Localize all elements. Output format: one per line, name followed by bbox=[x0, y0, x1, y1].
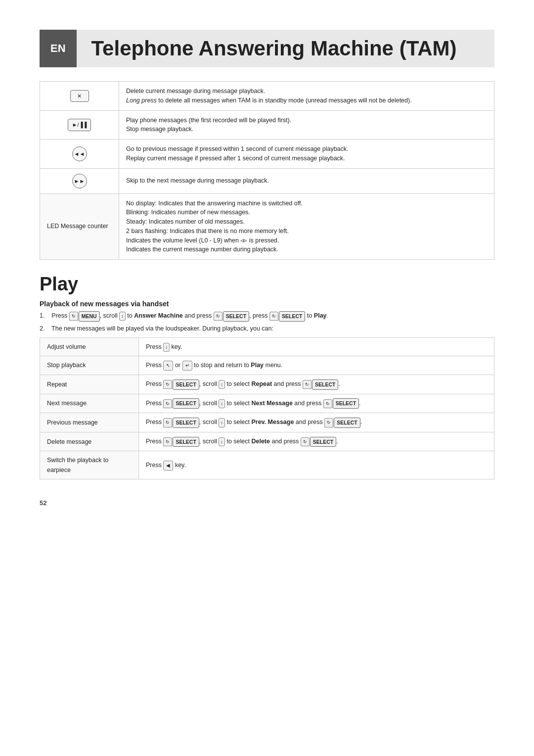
select-button-inline-1: ↻SELECT bbox=[214, 311, 249, 322]
prev-select-1: SELECT bbox=[173, 418, 199, 428]
stop-playback-label: Stop playback bbox=[40, 356, 139, 375]
select-prev-2: ↻SELECT bbox=[324, 418, 360, 428]
stop-playback-desc: Press ↖ or ↵ to stop and return to Play … bbox=[139, 356, 494, 375]
playback-intro-1: 1. Press ↻MENU , scroll ↕ to Answer Mach… bbox=[40, 311, 494, 322]
prev-arc-1: ↻ bbox=[163, 418, 172, 427]
led-label-cell: LED Message counter bbox=[40, 193, 119, 260]
delete-arc-1: ↻ bbox=[163, 437, 172, 446]
select-delete-2: ↻SELECT bbox=[301, 437, 336, 447]
table-row: Adjust volume Press ↕ key. bbox=[40, 337, 494, 356]
next-message-label: Next message bbox=[40, 394, 139, 413]
playpause-description: Play phone messages (the first recorded … bbox=[119, 110, 494, 140]
delete-select-1: SELECT bbox=[173, 437, 199, 447]
select-delete-1: ↻SELECT bbox=[163, 437, 199, 447]
table-row: LED Message counter No display: Indicate… bbox=[40, 193, 494, 260]
table-row: Previous message Press ↻SELECT , scroll … bbox=[40, 413, 494, 432]
delete-message-desc: Press ↻SELECT , scroll ↕ to select Delet… bbox=[139, 432, 494, 451]
select-button-inline-2: ↻SELECT bbox=[269, 311, 305, 322]
page-number-text: 52 bbox=[40, 499, 46, 507]
delete-message-label: Delete message bbox=[40, 432, 139, 451]
next-arc-2: ↻ bbox=[323, 399, 332, 408]
next-button-icon: ►► bbox=[72, 174, 87, 189]
scroll-delete: ↕ bbox=[219, 437, 225, 446]
repeat-label: Repeat bbox=[40, 375, 139, 394]
table-row: Next message Press ↻SELECT , scroll ↕ to… bbox=[40, 394, 494, 413]
table-row: Stop playback Press ↖ or ↵ to stop and r… bbox=[40, 356, 494, 375]
icon-cell-delete: ✕ bbox=[40, 82, 119, 111]
play-section-title: Play bbox=[40, 274, 494, 295]
volume-key-icon: ↕ bbox=[163, 343, 170, 352]
earpiece-desc: Press ◀ key. bbox=[139, 451, 494, 479]
select-prev-1: ↻SELECT bbox=[163, 418, 199, 428]
led-description: No display: Indicates that the answering… bbox=[119, 193, 494, 260]
prev-description: Go to previous message if pressed within… bbox=[119, 140, 494, 169]
next-select-1: SELECT bbox=[173, 398, 199, 409]
icon-cell-next: ►► bbox=[40, 168, 119, 193]
repeat-arc-2: ↻ bbox=[303, 380, 312, 389]
scroll-prev: ↕ bbox=[219, 418, 225, 427]
next-arc-1: ↻ bbox=[163, 399, 172, 408]
select-next-2: ↻SELECT bbox=[323, 398, 359, 409]
repeat-select-1: SELECT bbox=[173, 379, 199, 390]
prev-button-icon: ◄◄ bbox=[72, 146, 87, 161]
title-text: Telephone Answering Machine (TAM) bbox=[91, 37, 457, 60]
menu-arc-icon: ↻ bbox=[69, 312, 78, 321]
playback-subtitle: Playback of new messages via handset bbox=[40, 300, 494, 308]
play-pause-icon: ►/▐▐ bbox=[68, 119, 91, 131]
table-row: Switch the playback to earpiece Press ◀ … bbox=[40, 451, 494, 479]
delete-button-icon: ✕ bbox=[70, 90, 89, 102]
repeat-desc: Press ↻SELECT , scroll ↕ to select Repea… bbox=[139, 375, 494, 394]
scroll-next: ↕ bbox=[219, 399, 225, 408]
delete-description: Delete current message during message pl… bbox=[119, 82, 494, 111]
prev-select-2: SELECT bbox=[334, 418, 360, 428]
tam-features-table: ✕ Delete current message during message … bbox=[40, 81, 494, 260]
scroll-icon-1: ↕ bbox=[119, 312, 126, 321]
next-message-desc: Press ↻SELECT , scroll ↕ to select Next … bbox=[139, 394, 494, 413]
table-row: Repeat Press ↻SELECT , scroll ↕ to selec… bbox=[40, 375, 494, 394]
prev-message-label: Previous message bbox=[40, 413, 139, 432]
select-repeat-1: ↻SELECT bbox=[163, 379, 199, 390]
earpiece-key-icon: ◀ bbox=[163, 461, 173, 471]
delete-select-2: SELECT bbox=[310, 437, 336, 447]
playback-intro-2: 2. The new messages will be played via t… bbox=[40, 324, 494, 333]
select-arc-1: ↻ bbox=[214, 312, 222, 321]
select-next-1: ↻SELECT bbox=[163, 398, 199, 409]
play-options-table: Adjust volume Press ↕ key. Stop playback… bbox=[40, 337, 494, 480]
badge-label: EN bbox=[50, 42, 66, 55]
earpiece-label: Switch the playback to earpiece bbox=[40, 451, 139, 479]
menu-button-inline: ↻MENU bbox=[69, 311, 100, 322]
table-row: ◄◄ Go to previous message if pressed wit… bbox=[40, 140, 494, 169]
page-number: 52 bbox=[40, 499, 494, 507]
select-label-2: SELECT bbox=[279, 311, 305, 322]
repeat-select-2: SELECT bbox=[312, 379, 338, 390]
table-row: ►/▐▐ Play phone messages (the first reco… bbox=[40, 110, 494, 140]
page-title: Telephone Answering Machine (TAM) bbox=[77, 30, 494, 67]
return-icon: ↵ bbox=[182, 361, 192, 371]
prev-message-desc: Press ↻SELECT , scroll ↕ to select Prev.… bbox=[139, 413, 494, 432]
select-repeat-2: ↻SELECT bbox=[303, 379, 338, 390]
prev-arc-2: ↻ bbox=[324, 418, 333, 427]
adjust-volume-label: Adjust volume bbox=[40, 337, 139, 356]
select-label-1: SELECT bbox=[223, 311, 249, 322]
menu-label: MENU bbox=[79, 311, 100, 322]
scroll-repeat: ↕ bbox=[219, 380, 225, 389]
end-call-icon: ↖ bbox=[163, 361, 173, 371]
table-row: Delete message Press ↻SELECT , scroll ↕ … bbox=[40, 432, 494, 451]
table-row: ►► Skip to the next message during messa… bbox=[40, 168, 494, 193]
select-arc-2: ↻ bbox=[269, 312, 278, 321]
next-select-2: SELECT bbox=[333, 398, 359, 409]
delete-arc-2: ↻ bbox=[301, 437, 310, 446]
page-header: EN Telephone Answering Machine (TAM) bbox=[40, 30, 494, 67]
next-description: Skip to the next message during message … bbox=[119, 168, 494, 193]
subtitle-text: Playback of new messages via handset bbox=[40, 300, 169, 308]
adjust-volume-desc: Press ↕ key. bbox=[139, 337, 494, 356]
icon-cell-playpause: ►/▐▐ bbox=[40, 110, 119, 140]
icon-cell-prev: ◄◄ bbox=[40, 140, 119, 169]
table-row: ✕ Delete current message during message … bbox=[40, 82, 494, 111]
repeat-arc-1: ↻ bbox=[163, 380, 172, 389]
language-badge: EN bbox=[40, 30, 77, 67]
